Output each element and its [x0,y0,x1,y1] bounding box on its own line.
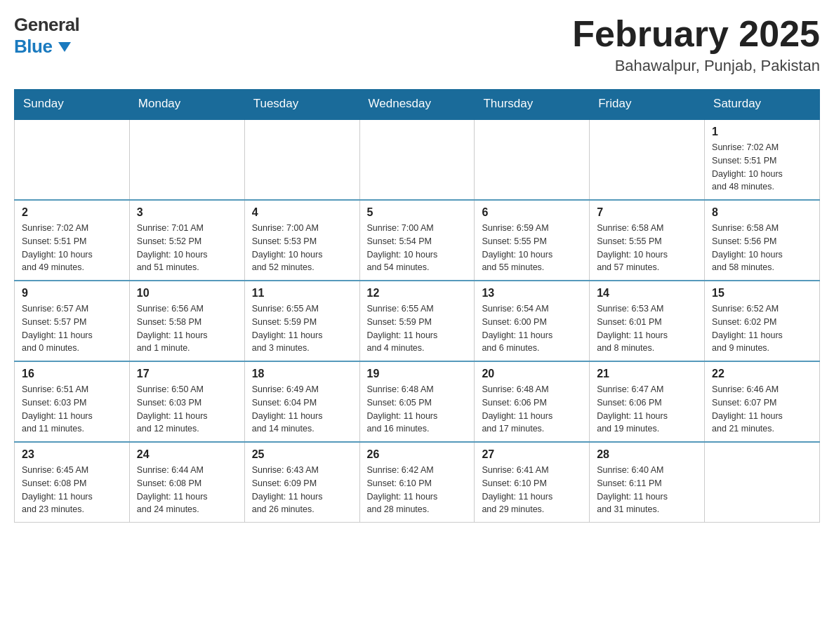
calendar-cell [475,119,590,201]
day-info: Sunrise: 7:00 AM Sunset: 5:54 PM Dayligh… [367,222,468,274]
day-number: 20 [482,368,582,380]
location-title: Bahawalpur, Punjab, Pakistan [572,57,820,75]
weekday-header-sunday: Sunday [15,90,130,119]
calendar-cell: 28Sunrise: 6:40 AM Sunset: 6:11 PM Dayli… [590,442,705,523]
day-number: 11 [252,287,352,300]
day-number: 16 [22,368,122,380]
calendar-cell [244,119,359,201]
weekday-header-row: SundayMondayTuesdayWednesdayThursdayFrid… [15,90,820,119]
calendar-cell: 5Sunrise: 7:00 AM Sunset: 5:54 PM Daylig… [359,200,475,281]
day-number: 14 [597,287,697,300]
calendar-table: SundayMondayTuesdayWednesdayThursdayFrid… [14,89,820,523]
day-number: 13 [482,287,582,300]
calendar-cell: 15Sunrise: 6:52 AM Sunset: 6:02 PM Dayli… [705,281,820,361]
day-info: Sunrise: 6:53 AM Sunset: 6:01 PM Dayligh… [597,302,697,355]
calendar-cell: 20Sunrise: 6:48 AM Sunset: 6:06 PM Dayli… [475,361,590,442]
day-info: Sunrise: 6:58 AM Sunset: 5:55 PM Dayligh… [597,222,697,274]
day-info: Sunrise: 6:48 AM Sunset: 6:06 PM Dayligh… [482,383,582,436]
day-number: 26 [367,448,468,461]
calendar-cell: 23Sunrise: 6:45 AM Sunset: 6:08 PM Dayli… [15,442,130,523]
weekday-header-thursday: Thursday [475,90,590,119]
day-number: 8 [712,206,812,219]
calendar-cell: 18Sunrise: 6:49 AM Sunset: 6:04 PM Dayli… [244,361,359,442]
day-number: 6 [482,206,582,219]
day-number: 4 [252,206,352,219]
calendar-cell: 6Sunrise: 6:59 AM Sunset: 5:55 PM Daylig… [475,200,590,281]
calendar-cell: 3Sunrise: 7:01 AM Sunset: 5:52 PM Daylig… [129,200,244,281]
day-info: Sunrise: 6:41 AM Sunset: 6:10 PM Dayligh… [482,464,582,516]
weekday-header-tuesday: Tuesday [244,90,359,119]
day-info: Sunrise: 6:50 AM Sunset: 6:03 PM Dayligh… [137,383,237,436]
day-info: Sunrise: 6:48 AM Sunset: 6:05 PM Dayligh… [367,383,468,436]
calendar-cell: 7Sunrise: 6:58 AM Sunset: 5:55 PM Daylig… [590,200,705,281]
day-number: 27 [482,448,582,461]
day-number: 5 [367,206,468,219]
day-number: 12 [367,287,468,300]
day-info: Sunrise: 6:47 AM Sunset: 6:06 PM Dayligh… [597,383,697,436]
day-number: 9 [22,287,122,300]
calendar-cell: 12Sunrise: 6:55 AM Sunset: 5:59 PM Dayli… [359,281,475,361]
calendar-cell: 25Sunrise: 6:43 AM Sunset: 6:09 PM Dayli… [244,442,359,523]
weekday-header-wednesday: Wednesday [359,90,475,119]
day-number: 18 [252,368,352,380]
day-info: Sunrise: 6:49 AM Sunset: 6:04 PM Dayligh… [252,383,352,436]
day-number: 2 [22,206,122,219]
day-info: Sunrise: 6:45 AM Sunset: 6:08 PM Dayligh… [22,464,122,516]
day-number: 7 [597,206,697,219]
day-info: Sunrise: 6:55 AM Sunset: 5:59 PM Dayligh… [367,302,468,355]
day-info: Sunrise: 6:40 AM Sunset: 6:11 PM Dayligh… [597,464,697,516]
day-info: Sunrise: 6:43 AM Sunset: 6:09 PM Dayligh… [252,464,352,516]
weekday-header-saturday: Saturday [705,90,820,119]
day-number: 1 [712,126,812,138]
calendar-cell [359,119,475,201]
calendar-cell: 21Sunrise: 6:47 AM Sunset: 6:06 PM Dayli… [590,361,705,442]
calendar-cell: 2Sunrise: 7:02 AM Sunset: 5:51 PM Daylig… [15,200,130,281]
calendar-cell [590,119,705,201]
calendar-cell: 14Sunrise: 6:53 AM Sunset: 6:01 PM Dayli… [590,281,705,361]
day-number: 24 [137,448,237,461]
day-info: Sunrise: 6:58 AM Sunset: 5:56 PM Dayligh… [712,222,812,274]
title-block: February 2025 Bahawalpur, Punjab, Pakist… [572,14,820,75]
calendar-cell: 9Sunrise: 6:57 AM Sunset: 5:57 PM Daylig… [15,281,130,361]
day-info: Sunrise: 6:55 AM Sunset: 5:59 PM Dayligh… [252,302,352,355]
day-number: 19 [367,368,468,380]
calendar-cell: 22Sunrise: 6:46 AM Sunset: 6:07 PM Dayli… [705,361,820,442]
day-number: 3 [137,206,237,219]
logo-blue: Blue [14,36,79,58]
day-info: Sunrise: 6:59 AM Sunset: 5:55 PM Dayligh… [482,222,582,274]
day-info: Sunrise: 6:52 AM Sunset: 6:02 PM Dayligh… [712,302,812,355]
calendar-week-row: 16Sunrise: 6:51 AM Sunset: 6:03 PM Dayli… [15,361,820,442]
weekday-header-friday: Friday [590,90,705,119]
day-number: 15 [712,287,812,300]
calendar-week-row: 9Sunrise: 6:57 AM Sunset: 5:57 PM Daylig… [15,281,820,361]
calendar-cell: 4Sunrise: 7:00 AM Sunset: 5:53 PM Daylig… [244,200,359,281]
day-info: Sunrise: 7:02 AM Sunset: 5:51 PM Dayligh… [712,141,812,194]
calendar-cell: 11Sunrise: 6:55 AM Sunset: 5:59 PM Dayli… [244,281,359,361]
page-header: General Blue February 2025 Bahawalpur, P… [14,14,820,75]
day-info: Sunrise: 7:00 AM Sunset: 5:53 PM Dayligh… [252,222,352,274]
calendar-week-row: 23Sunrise: 6:45 AM Sunset: 6:08 PM Dayli… [15,442,820,523]
calendar-cell: 17Sunrise: 6:50 AM Sunset: 6:03 PM Dayli… [129,361,244,442]
calendar-week-row: 1Sunrise: 7:02 AM Sunset: 5:51 PM Daylig… [15,119,820,201]
logo: General Blue [14,14,79,58]
day-info: Sunrise: 6:51 AM Sunset: 6:03 PM Dayligh… [22,383,122,436]
day-info: Sunrise: 6:56 AM Sunset: 5:58 PM Dayligh… [137,302,237,355]
day-number: 17 [137,368,237,380]
day-info: Sunrise: 6:42 AM Sunset: 6:10 PM Dayligh… [367,464,468,516]
day-number: 23 [22,448,122,461]
day-number: 28 [597,448,697,461]
calendar-cell: 19Sunrise: 6:48 AM Sunset: 6:05 PM Dayli… [359,361,475,442]
calendar-cell: 24Sunrise: 6:44 AM Sunset: 6:08 PM Dayli… [129,442,244,523]
day-info: Sunrise: 6:46 AM Sunset: 6:07 PM Dayligh… [712,383,812,436]
day-info: Sunrise: 6:57 AM Sunset: 5:57 PM Dayligh… [22,302,122,355]
calendar-cell: 27Sunrise: 6:41 AM Sunset: 6:10 PM Dayli… [475,442,590,523]
weekday-header-monday: Monday [129,90,244,119]
day-number: 10 [137,287,237,300]
day-number: 21 [597,368,697,380]
day-info: Sunrise: 6:44 AM Sunset: 6:08 PM Dayligh… [137,464,237,516]
logo-triangle-icon [58,42,71,52]
calendar-cell [705,442,820,523]
day-number: 25 [252,448,352,461]
day-number: 22 [712,368,812,380]
svg-marker-0 [58,42,71,52]
